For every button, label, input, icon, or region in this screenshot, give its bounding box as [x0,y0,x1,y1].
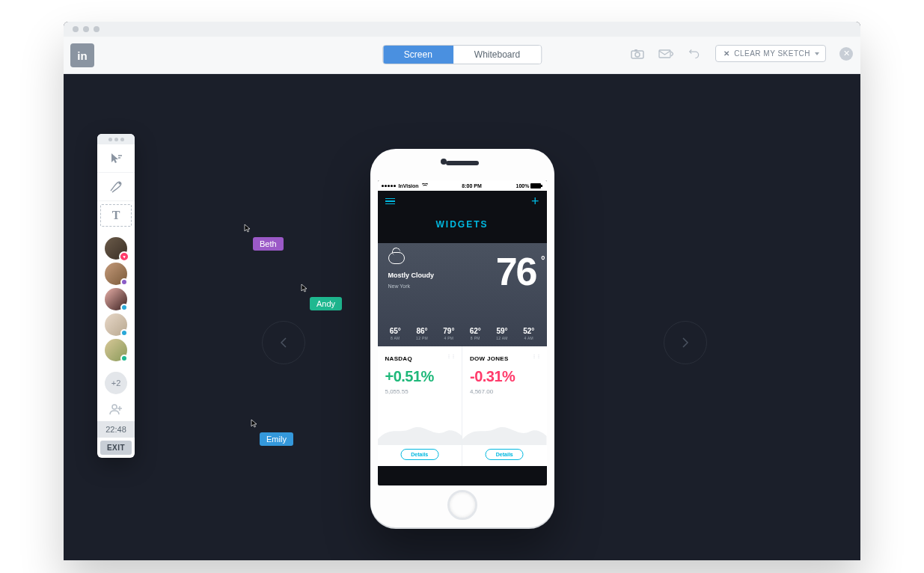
clear-sketch-label: CLEAR MY SKETCH [734,49,810,58]
toolbar-right-group: ✕ CLEAR MY SKETCH ✕ [630,45,853,62]
status-dot-icon [120,355,128,362]
battery-label: 100% [516,183,530,189]
stock-widget[interactable]: NASDAQ⋮⋮+0.51%5,055.55Details [378,346,462,466]
canvas-area[interactable]: T +2 22:48 EXIT BethAndyBillyEmilyAnton … [64,74,860,560]
sparkline-chart [462,418,547,445]
more-participants-button[interactable]: +2 [105,372,127,394]
window-traffic-lights [64,22,860,37]
participant-avatar[interactable] [105,237,127,260]
weather-widget[interactable]: Mostly Cloudy New York 76° 65°8 AM86°12 … [378,243,547,346]
invision-logo[interactable]: in [70,43,94,67]
panel-drag-handle[interactable] [97,134,135,144]
status-time: 8:00 PM [462,183,481,189]
session-timer: 22:48 [97,421,135,438]
wifi-icon [422,183,428,188]
weather-location: New York [388,284,435,289]
svg-point-6 [119,182,121,184]
forecast-hour: 8 AM [390,336,401,340]
cursor-icon [244,224,253,233]
phone-screen: InVision 8:00 PM 100% + WIDGETS Mostly C… [378,180,547,485]
collaborator-name-tag: Emily [260,432,293,446]
details-button[interactable]: Details [400,449,438,460]
stock-value: 5,055.55 [385,388,455,395]
tool-text[interactable]: T [100,204,132,227]
prev-screen-button[interactable] [262,321,305,364]
carrier-label: InVision [398,183,418,189]
mail-icon[interactable] [658,46,673,61]
collaborator-name-tag: Beth [253,237,284,251]
exit-button[interactable]: EXIT [100,441,132,455]
x-icon: ✕ [723,49,730,58]
status-dot-icon [120,329,128,337]
forecast-item: 79°4 PM [443,327,454,340]
stocks-row: NASDAQ⋮⋮+0.51%5,055.55DetailsDOW JONES⋮⋮… [378,346,547,466]
weather-condition: Mostly Cloudy [388,272,435,279]
tab-screen[interactable]: Screen [383,46,453,64]
phone-home-button[interactable] [447,490,477,520]
forecast-item: 62°8 PM [470,327,481,340]
add-widget-button[interactable]: + [531,194,539,209]
phone-app-bar: + [378,191,547,212]
forecast-hour: 4 AM [523,336,534,340]
stock-value: 4,567.00 [470,388,539,395]
forecast-hour: 12 AM [496,336,508,340]
forecast-temp: 65° [390,327,401,335]
participant-avatar[interactable] [105,313,127,336]
stock-label: DOW JONES [470,355,539,362]
forecast-item: 52°4 AM [523,327,534,340]
cursor-icon [301,284,310,292]
tool-panel: T +2 22:48 EXIT [97,134,135,458]
app-window: in Screen Whiteboard ✕ CLEAR MY SKETCH ✕ [64,22,860,560]
tool-pen[interactable] [97,173,135,201]
status-dot-icon [120,278,128,286]
details-button[interactable]: Details [486,449,524,460]
svg-rect-10 [530,183,541,189]
cursor-icon [251,419,260,428]
stock-widget[interactable]: DOW JONES⋮⋮-0.31%4,567.00Details [462,346,547,466]
undo-icon[interactable] [687,46,702,61]
stock-percent: -0.31% [470,368,539,385]
participant-avatar[interactable] [105,288,127,310]
phone-page-title: WIDGETS [378,212,547,243]
next-screen-button[interactable] [664,321,707,364]
presenter-indicator-icon [119,251,129,262]
tab-whiteboard[interactable]: Whiteboard [453,46,541,64]
drag-handle-icon[interactable]: ⋮⋮ [447,355,456,358]
collaborator-cursor: Emily [251,419,293,446]
collaborator-cursor: Andy [301,284,342,310]
tool-pointer[interactable] [97,144,135,173]
phone-status-bar: InVision 8:00 PM 100% [378,180,547,191]
participant-avatars [97,230,135,369]
sparkline-chart [378,418,462,445]
battery-group: 100% [516,183,543,189]
forecast-temp: 59° [496,327,508,335]
svg-point-7 [112,405,117,409]
forecast-hour: 4 PM [443,336,454,340]
add-user-button[interactable] [97,397,135,421]
forecast-item: 59°12 AM [496,327,508,340]
forecast-item: 65°8 AM [390,327,401,340]
svg-point-1 [635,52,640,57]
forecast-temp: 86° [416,327,428,335]
signal-icon: InVision [382,183,428,189]
forecast-row: 65°8 AM86°12 PM79°4 PM62°8 PM59°12 AM52°… [378,327,547,340]
stock-percent: +0.51% [385,368,455,385]
weather-temperature: 76° [496,252,536,291]
forecast-temp: 79° [443,327,454,335]
svg-rect-2 [634,49,637,52]
status-dot-icon [120,304,128,311]
top-toolbar: in Screen Whiteboard ✕ CLEAR MY SKETCH ✕ [64,37,860,74]
forecast-hour: 8 PM [470,336,481,340]
participant-avatar[interactable] [105,263,127,285]
forecast-temp: 52° [523,327,534,335]
camera-icon[interactable] [630,46,645,61]
battery-icon [530,183,542,189]
clear-sketch-button[interactable]: ✕ CLEAR MY SKETCH [715,45,826,62]
participant-avatar[interactable] [105,339,127,361]
forecast-hour: 12 PM [416,336,428,340]
collaborator-name-tag: Andy [310,297,342,310]
drag-handle-icon[interactable]: ⋮⋮ [532,355,541,358]
stock-label: NASDAQ [385,355,455,362]
close-panel-button[interactable]: ✕ [839,47,853,61]
hamburger-menu-icon[interactable] [385,198,395,205]
